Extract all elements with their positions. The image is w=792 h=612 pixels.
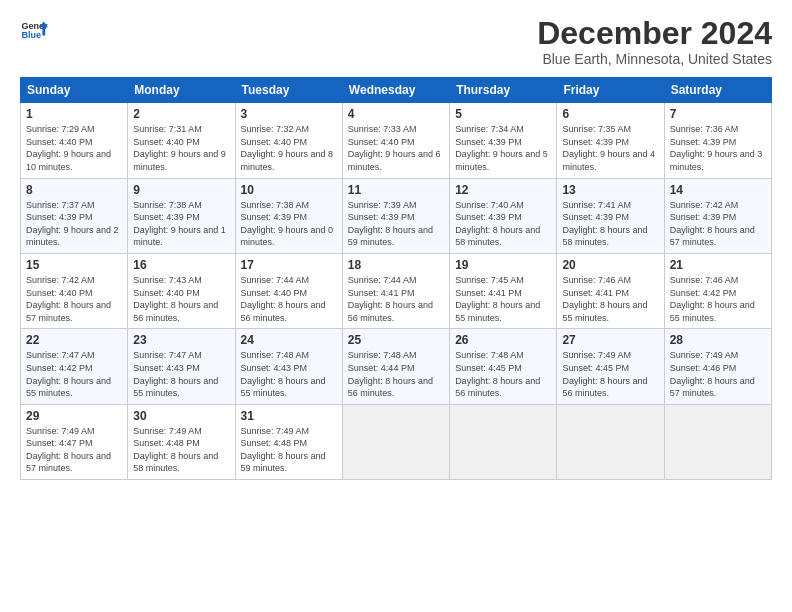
- day-number: 28: [670, 333, 766, 347]
- calendar-header: SundayMondayTuesdayWednesdayThursdayFrid…: [21, 78, 772, 103]
- day-number: 3: [241, 107, 337, 121]
- day-info: Sunrise: 7:49 AM Sunset: 4:45 PM Dayligh…: [562, 349, 658, 399]
- header-tuesday: Tuesday: [235, 78, 342, 103]
- sunset-label: Sunset: 4:39 PM: [455, 137, 522, 147]
- sunset-label: Sunset: 4:41 PM: [455, 288, 522, 298]
- calendar-body: 1 Sunrise: 7:29 AM Sunset: 4:40 PM Dayli…: [21, 103, 772, 480]
- day-number: 29: [26, 409, 122, 423]
- daylight-label: Daylight: 9 hours and 3 minutes.: [670, 149, 763, 172]
- day-info: Sunrise: 7:49 AM Sunset: 4:47 PM Dayligh…: [26, 425, 122, 475]
- sunset-label: Sunset: 4:40 PM: [26, 137, 93, 147]
- header-wednesday: Wednesday: [342, 78, 449, 103]
- daylight-label: Daylight: 9 hours and 5 minutes.: [455, 149, 548, 172]
- week-row-3: 15 Sunrise: 7:42 AM Sunset: 4:40 PM Dayl…: [21, 253, 772, 328]
- day-cell: 21 Sunrise: 7:46 AM Sunset: 4:42 PM Dayl…: [664, 253, 771, 328]
- day-cell: 18 Sunrise: 7:44 AM Sunset: 4:41 PM Dayl…: [342, 253, 449, 328]
- day-number: 12: [455, 183, 551, 197]
- day-cell: [450, 404, 557, 479]
- daylight-label: Daylight: 9 hours and 4 minutes.: [562, 149, 655, 172]
- day-info: Sunrise: 7:45 AM Sunset: 4:41 PM Dayligh…: [455, 274, 551, 324]
- daylight-label: Daylight: 9 hours and 9 minutes.: [133, 149, 226, 172]
- daylight-label: Daylight: 9 hours and 2 minutes.: [26, 225, 119, 248]
- sunrise-label: Sunrise: 7:48 AM: [455, 350, 524, 360]
- day-info: Sunrise: 7:46 AM Sunset: 4:42 PM Dayligh…: [670, 274, 766, 324]
- day-info: Sunrise: 7:44 AM Sunset: 4:41 PM Dayligh…: [348, 274, 444, 324]
- day-number: 22: [26, 333, 122, 347]
- day-number: 2: [133, 107, 229, 121]
- sunset-label: Sunset: 4:39 PM: [670, 212, 737, 222]
- sunset-label: Sunset: 4:40 PM: [241, 137, 308, 147]
- sunset-label: Sunset: 4:40 PM: [241, 288, 308, 298]
- day-cell: 10 Sunrise: 7:38 AM Sunset: 4:39 PM Dayl…: [235, 178, 342, 253]
- day-cell: 1 Sunrise: 7:29 AM Sunset: 4:40 PM Dayli…: [21, 103, 128, 178]
- day-info: Sunrise: 7:41 AM Sunset: 4:39 PM Dayligh…: [562, 199, 658, 249]
- sunset-label: Sunset: 4:48 PM: [133, 438, 200, 448]
- daylight-label: Daylight: 9 hours and 1 minute.: [133, 225, 226, 248]
- daylight-label: Daylight: 8 hours and 56 minutes.: [348, 376, 433, 399]
- day-info: Sunrise: 7:48 AM Sunset: 4:44 PM Dayligh…: [348, 349, 444, 399]
- sunrise-label: Sunrise: 7:44 AM: [348, 275, 417, 285]
- day-cell: 28 Sunrise: 7:49 AM Sunset: 4:46 PM Dayl…: [664, 329, 771, 404]
- sunset-label: Sunset: 4:41 PM: [348, 288, 415, 298]
- sunset-label: Sunset: 4:46 PM: [670, 363, 737, 373]
- day-number: 4: [348, 107, 444, 121]
- sunset-label: Sunset: 4:47 PM: [26, 438, 93, 448]
- day-cell: 13 Sunrise: 7:41 AM Sunset: 4:39 PM Dayl…: [557, 178, 664, 253]
- daylight-label: Daylight: 8 hours and 57 minutes.: [670, 376, 755, 399]
- day-number: 26: [455, 333, 551, 347]
- day-number: 9: [133, 183, 229, 197]
- sunset-label: Sunset: 4:45 PM: [562, 363, 629, 373]
- main-title: December 2024: [537, 16, 772, 51]
- day-info: Sunrise: 7:35 AM Sunset: 4:39 PM Dayligh…: [562, 123, 658, 173]
- logo-icon: General Blue: [20, 16, 48, 44]
- sunrise-label: Sunrise: 7:37 AM: [26, 200, 95, 210]
- sunset-label: Sunset: 4:39 PM: [241, 212, 308, 222]
- daylight-label: Daylight: 8 hours and 58 minutes.: [562, 225, 647, 248]
- sunset-label: Sunset: 4:39 PM: [133, 212, 200, 222]
- sunset-label: Sunset: 4:42 PM: [670, 288, 737, 298]
- day-number: 27: [562, 333, 658, 347]
- day-cell: 26 Sunrise: 7:48 AM Sunset: 4:45 PM Dayl…: [450, 329, 557, 404]
- day-cell: 7 Sunrise: 7:36 AM Sunset: 4:39 PM Dayli…: [664, 103, 771, 178]
- sunrise-label: Sunrise: 7:38 AM: [241, 200, 310, 210]
- day-info: Sunrise: 7:49 AM Sunset: 4:48 PM Dayligh…: [241, 425, 337, 475]
- daylight-label: Daylight: 9 hours and 0 minutes.: [241, 225, 334, 248]
- sunrise-label: Sunrise: 7:46 AM: [670, 275, 739, 285]
- sunrise-label: Sunrise: 7:39 AM: [348, 200, 417, 210]
- daylight-label: Daylight: 8 hours and 56 minutes.: [241, 300, 326, 323]
- day-info: Sunrise: 7:42 AM Sunset: 4:39 PM Dayligh…: [670, 199, 766, 249]
- sunrise-label: Sunrise: 7:31 AM: [133, 124, 202, 134]
- sunset-label: Sunset: 4:39 PM: [26, 212, 93, 222]
- day-cell: 27 Sunrise: 7:49 AM Sunset: 4:45 PM Dayl…: [557, 329, 664, 404]
- day-cell: 29 Sunrise: 7:49 AM Sunset: 4:47 PM Dayl…: [21, 404, 128, 479]
- day-cell: 17 Sunrise: 7:44 AM Sunset: 4:40 PM Dayl…: [235, 253, 342, 328]
- day-cell: [664, 404, 771, 479]
- day-info: Sunrise: 7:40 AM Sunset: 4:39 PM Dayligh…: [455, 199, 551, 249]
- title-block: December 2024 Blue Earth, Minnesota, Uni…: [537, 16, 772, 67]
- day-number: 15: [26, 258, 122, 272]
- day-number: 6: [562, 107, 658, 121]
- daylight-label: Daylight: 9 hours and 10 minutes.: [26, 149, 111, 172]
- day-info: Sunrise: 7:32 AM Sunset: 4:40 PM Dayligh…: [241, 123, 337, 173]
- day-cell: 14 Sunrise: 7:42 AM Sunset: 4:39 PM Dayl…: [664, 178, 771, 253]
- week-row-4: 22 Sunrise: 7:47 AM Sunset: 4:42 PM Dayl…: [21, 329, 772, 404]
- daylight-label: Daylight: 8 hours and 55 minutes.: [26, 376, 111, 399]
- sunrise-label: Sunrise: 7:42 AM: [26, 275, 95, 285]
- daylight-label: Daylight: 8 hours and 57 minutes.: [26, 300, 111, 323]
- day-cell: 23 Sunrise: 7:47 AM Sunset: 4:43 PM Dayl…: [128, 329, 235, 404]
- day-number: 23: [133, 333, 229, 347]
- sunrise-label: Sunrise: 7:43 AM: [133, 275, 202, 285]
- calendar-page: General Blue December 2024 Blue Earth, M…: [0, 0, 792, 612]
- sunrise-label: Sunrise: 7:49 AM: [26, 426, 95, 436]
- header-sunday: Sunday: [21, 78, 128, 103]
- day-cell: [557, 404, 664, 479]
- day-number: 13: [562, 183, 658, 197]
- sunrise-label: Sunrise: 7:34 AM: [455, 124, 524, 134]
- daylight-label: Daylight: 8 hours and 57 minutes.: [670, 225, 755, 248]
- day-number: 19: [455, 258, 551, 272]
- day-info: Sunrise: 7:31 AM Sunset: 4:40 PM Dayligh…: [133, 123, 229, 173]
- day-cell: 31 Sunrise: 7:49 AM Sunset: 4:48 PM Dayl…: [235, 404, 342, 479]
- daylight-label: Daylight: 8 hours and 56 minutes.: [133, 300, 218, 323]
- svg-text:Blue: Blue: [21, 30, 41, 40]
- day-cell: 15 Sunrise: 7:42 AM Sunset: 4:40 PM Dayl…: [21, 253, 128, 328]
